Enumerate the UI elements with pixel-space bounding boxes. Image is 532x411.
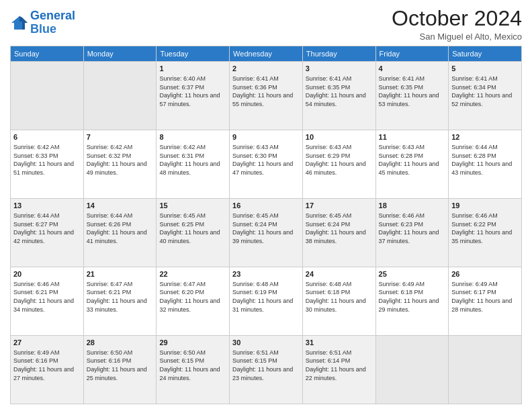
- logo-text: General Blue: [30, 9, 75, 36]
- calendar-cell: 11Sunrise: 6:43 AM Sunset: 6:28 PM Dayli…: [375, 130, 449, 199]
- calendar-cell: 27Sunrise: 6:49 AM Sunset: 6:16 PM Dayli…: [11, 336, 84, 404]
- calendar-cell: 22Sunrise: 6:47 AM Sunset: 6:20 PM Dayli…: [157, 267, 230, 336]
- calendar-cell: 5Sunrise: 6:41 AM Sunset: 6:34 PM Daylig…: [449, 62, 522, 130]
- day-number: 22: [159, 269, 226, 279]
- day-info: Sunrise: 6:46 AM Sunset: 6:21 PM Dayligh…: [13, 280, 81, 314]
- day-info: Sunrise: 6:43 AM Sunset: 6:29 PM Dayligh…: [306, 143, 373, 177]
- day-info: Sunrise: 6:43 AM Sunset: 6:28 PM Dayligh…: [379, 143, 446, 177]
- day-number: 28: [87, 338, 154, 348]
- day-info: Sunrise: 6:45 AM Sunset: 6:25 PM Dayligh…: [159, 212, 226, 245]
- day-number: 6: [13, 132, 81, 142]
- calendar-cell: 29Sunrise: 6:50 AM Sunset: 6:15 PM Dayli…: [157, 336, 230, 404]
- day-number: 15: [159, 201, 226, 211]
- day-info: Sunrise: 6:43 AM Sunset: 6:30 PM Dayligh…: [232, 143, 300, 177]
- week-row-3: 13Sunrise: 6:44 AM Sunset: 6:27 PM Dayli…: [11, 199, 522, 267]
- day-info: Sunrise: 6:44 AM Sunset: 6:28 PM Dayligh…: [451, 143, 519, 177]
- weekday-header-friday: Friday: [375, 46, 449, 62]
- day-number: 26: [451, 269, 519, 279]
- week-row-1: 1Sunrise: 6:40 AM Sunset: 6:37 PM Daylig…: [11, 62, 522, 130]
- day-number: 2: [232, 64, 300, 74]
- header: General Blue October 2024 San Miguel el …: [10, 7, 522, 42]
- day-info: Sunrise: 6:51 AM Sunset: 6:15 PM Dayligh…: [232, 349, 300, 382]
- day-info: Sunrise: 6:49 AM Sunset: 6:16 PM Dayligh…: [13, 349, 81, 382]
- day-info: Sunrise: 6:44 AM Sunset: 6:27 PM Dayligh…: [13, 212, 81, 245]
- day-number: 13: [13, 201, 81, 211]
- title-block: October 2024 San Miguel el Alto, Mexico: [392, 7, 522, 42]
- week-row-5: 27Sunrise: 6:49 AM Sunset: 6:16 PM Dayli…: [11, 336, 522, 404]
- calendar-cell: 21Sunrise: 6:47 AM Sunset: 6:21 PM Dayli…: [83, 267, 157, 336]
- location-subtitle: San Miguel el Alto, Mexico: [392, 32, 522, 42]
- day-number: 9: [232, 132, 300, 142]
- day-number: 12: [451, 132, 519, 142]
- calendar-cell: 1Sunrise: 6:40 AM Sunset: 6:37 PM Daylig…: [157, 62, 230, 130]
- calendar-cell: 24Sunrise: 6:48 AM Sunset: 6:18 PM Dayli…: [302, 267, 375, 336]
- day-info: Sunrise: 6:47 AM Sunset: 6:20 PM Dayligh…: [159, 280, 226, 314]
- week-row-4: 20Sunrise: 6:46 AM Sunset: 6:21 PM Dayli…: [11, 267, 522, 336]
- calendar-cell: 13Sunrise: 6:44 AM Sunset: 6:27 PM Dayli…: [11, 199, 84, 267]
- calendar-cell: 18Sunrise: 6:46 AM Sunset: 6:23 PM Dayli…: [375, 199, 449, 267]
- day-info: Sunrise: 6:42 AM Sunset: 6:32 PM Dayligh…: [87, 143, 154, 177]
- weekday-header-row: SundayMondayTuesdayWednesdayThursdayFrid…: [11, 46, 522, 62]
- day-info: Sunrise: 6:51 AM Sunset: 6:14 PM Dayligh…: [306, 349, 373, 382]
- calendar-cell: 12Sunrise: 6:44 AM Sunset: 6:28 PM Dayli…: [449, 130, 522, 199]
- day-info: Sunrise: 6:48 AM Sunset: 6:19 PM Dayligh…: [232, 280, 300, 314]
- calendar-cell: 16Sunrise: 6:45 AM Sunset: 6:24 PM Dayli…: [230, 199, 303, 267]
- calendar-cell: 31Sunrise: 6:51 AM Sunset: 6:14 PM Dayli…: [302, 336, 375, 404]
- day-number: 11: [379, 132, 446, 142]
- weekday-header-monday: Monday: [83, 46, 157, 62]
- day-info: Sunrise: 6:46 AM Sunset: 6:22 PM Dayligh…: [451, 212, 519, 245]
- calendar-cell: 25Sunrise: 6:49 AM Sunset: 6:18 PM Dayli…: [375, 267, 449, 336]
- day-number: 24: [306, 269, 373, 279]
- day-info: Sunrise: 6:42 AM Sunset: 6:31 PM Dayligh…: [159, 143, 226, 177]
- calendar-cell: [11, 62, 84, 130]
- day-info: Sunrise: 6:46 AM Sunset: 6:23 PM Dayligh…: [379, 212, 446, 245]
- weekday-header-wednesday: Wednesday: [230, 46, 303, 62]
- day-number: 31: [306, 338, 373, 348]
- day-number: 16: [232, 201, 300, 211]
- day-number: 20: [13, 269, 81, 279]
- weekday-header-tuesday: Tuesday: [157, 46, 230, 62]
- day-number: 7: [87, 132, 154, 142]
- day-info: Sunrise: 6:47 AM Sunset: 6:21 PM Dayligh…: [87, 280, 154, 314]
- calendar-cell: [375, 336, 449, 404]
- day-info: Sunrise: 6:44 AM Sunset: 6:26 PM Dayligh…: [87, 212, 154, 245]
- day-number: 4: [379, 64, 446, 74]
- day-number: 23: [232, 269, 300, 279]
- day-number: 25: [379, 269, 446, 279]
- day-number: 19: [451, 201, 519, 211]
- calendar-cell: 7Sunrise: 6:42 AM Sunset: 6:32 PM Daylig…: [83, 130, 157, 199]
- calendar-cell: 4Sunrise: 6:41 AM Sunset: 6:35 PM Daylig…: [375, 62, 449, 130]
- day-info: Sunrise: 6:42 AM Sunset: 6:33 PM Dayligh…: [13, 143, 81, 177]
- calendar-cell: 14Sunrise: 6:44 AM Sunset: 6:26 PM Dayli…: [83, 199, 157, 267]
- day-number: 14: [87, 201, 154, 211]
- calendar-cell: 30Sunrise: 6:51 AM Sunset: 6:15 PM Dayli…: [230, 336, 303, 404]
- calendar-cell: 28Sunrise: 6:50 AM Sunset: 6:16 PM Dayli…: [83, 336, 157, 404]
- day-info: Sunrise: 6:41 AM Sunset: 6:35 PM Dayligh…: [379, 75, 446, 108]
- day-info: Sunrise: 6:41 AM Sunset: 6:36 PM Dayligh…: [232, 75, 300, 108]
- calendar-cell: [83, 62, 157, 130]
- day-number: 17: [306, 201, 373, 211]
- calendar-cell: 3Sunrise: 6:41 AM Sunset: 6:35 PM Daylig…: [302, 62, 375, 130]
- day-number: 3: [306, 64, 373, 74]
- calendar-cell: 9Sunrise: 6:43 AM Sunset: 6:30 PM Daylig…: [230, 130, 303, 199]
- day-number: 18: [379, 201, 446, 211]
- day-number: 27: [13, 338, 81, 348]
- weekday-header-thursday: Thursday: [302, 46, 375, 62]
- calendar-cell: 20Sunrise: 6:46 AM Sunset: 6:21 PM Dayli…: [11, 267, 84, 336]
- calendar-cell: 2Sunrise: 6:41 AM Sunset: 6:36 PM Daylig…: [230, 62, 303, 130]
- day-info: Sunrise: 6:45 AM Sunset: 6:24 PM Dayligh…: [232, 212, 300, 245]
- day-info: Sunrise: 6:49 AM Sunset: 6:18 PM Dayligh…: [379, 280, 446, 314]
- day-info: Sunrise: 6:50 AM Sunset: 6:16 PM Dayligh…: [87, 349, 154, 382]
- day-number: 30: [232, 338, 300, 348]
- logo: General Blue: [10, 9, 75, 36]
- page: General Blue October 2024 San Miguel el …: [0, 0, 532, 411]
- day-number: 21: [87, 269, 154, 279]
- calendar-cell: 19Sunrise: 6:46 AM Sunset: 6:22 PM Dayli…: [449, 199, 522, 267]
- day-info: Sunrise: 6:40 AM Sunset: 6:37 PM Dayligh…: [159, 75, 226, 108]
- month-title: October 2024: [392, 7, 522, 30]
- day-info: Sunrise: 6:41 AM Sunset: 6:35 PM Dayligh…: [306, 75, 373, 108]
- calendar-cell: 6Sunrise: 6:42 AM Sunset: 6:33 PM Daylig…: [11, 130, 84, 199]
- day-number: 5: [451, 64, 519, 74]
- calendar-cell: 26Sunrise: 6:49 AM Sunset: 6:17 PM Dayli…: [449, 267, 522, 336]
- logo-icon: [10, 13, 29, 32]
